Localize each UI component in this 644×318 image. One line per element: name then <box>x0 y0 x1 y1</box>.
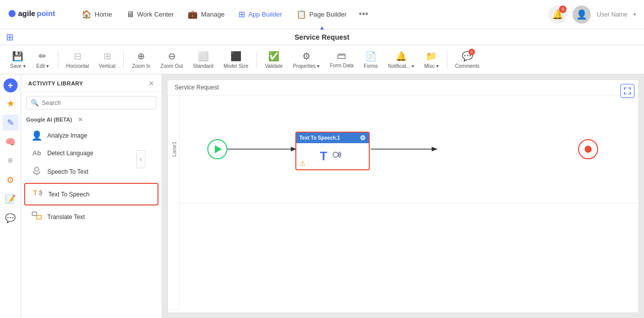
sidebar-close-button[interactable]: ✕ <box>148 79 154 87</box>
library-item-text-to-speech[interactable]: T Text To Speech <box>24 183 158 205</box>
left-gear-icon[interactable]: ⚙ <box>3 172 19 188</box>
svg-point-0 <box>9 10 16 17</box>
user-avatar[interactable]: 👤 <box>573 6 591 24</box>
save-button[interactable]: 💾 Save ▾ <box>6 49 30 71</box>
svg-rect-7 <box>37 216 41 219</box>
left-sidebar: + ★ ✎ 🧠 ≡ ⚙ 📝 💬 <box>0 74 21 318</box>
notifications-button[interactable]: 🔔 Notificat... ▾ <box>384 49 418 71</box>
standard-icon: ⬜ <box>198 51 209 62</box>
analyze-image-label: Analyze Image <box>47 132 87 139</box>
search-input[interactable] <box>42 99 152 107</box>
flow-task-node[interactable]: Text To Speech.1 ⚙ T <box>295 132 370 170</box>
validate-button[interactable]: ✅ Validate <box>261 49 287 71</box>
user-dropdown-chevron[interactable]: ▾ <box>633 12 636 17</box>
left-chat-icon[interactable]: 💬 <box>3 210 19 226</box>
flow-end-node[interactable] <box>578 139 598 159</box>
library-section-label: Google AI (BETA) ✕ <box>21 114 162 126</box>
sidebar-title: ACTIVITY LIBRARY <box>28 80 83 86</box>
form-data-button[interactable]: 🗃 Form Data <box>326 49 357 70</box>
zoom-in-button[interactable]: ⊕ Zoom In <box>128 49 154 71</box>
manage-icon: 💼 <box>188 10 198 19</box>
notifications-icon: 🔔 <box>395 51 407 62</box>
notification-button[interactable]: 🔔 0 <box>548 6 567 24</box>
search-icon: 🔍 <box>31 99 39 107</box>
svg-text:agile: agile <box>18 9 35 18</box>
sidebar-collapse-button[interactable]: ‹ <box>136 150 145 168</box>
left-favorites-icon[interactable]: ★ <box>3 95 19 112</box>
nav-right-section: 🔔 0 👤 User Name ▾ <box>548 6 636 24</box>
page-builder-icon: 📋 <box>296 10 306 19</box>
lane-container: Lane1 <box>168 95 638 310</box>
svg-rect-6 <box>32 212 37 216</box>
comments-icon: 💬 0 <box>462 51 473 62</box>
main-area: + ★ ✎ 🧠 ≡ ⚙ 📝 💬 ACTIVITY LIBRARY ✕ 🔍 Goo… <box>0 74 644 318</box>
toolbar: 💾 Save ▾ ✏ Edit ▾ ⊟ Horizontal ⊞ Vertica… <box>0 45 644 74</box>
task-title: Text To Speech.1 <box>299 135 340 141</box>
comments-button[interactable]: 💬 0 Comments <box>451 49 484 71</box>
task-t-icon: T <box>320 149 328 163</box>
validate-icon: ✅ <box>268 51 279 62</box>
misc-button[interactable]: 📁 Misc ▾ <box>420 49 442 71</box>
model-size-button[interactable]: ⬛ Model Size <box>219 49 252 71</box>
lane-divider <box>180 203 638 203</box>
vertical-button[interactable]: ⊞ Vertical <box>95 49 120 71</box>
svg-text:T: T <box>33 189 37 196</box>
translate-text-label: Translate Text <box>47 214 85 221</box>
edit-button[interactable]: ✏ Edit ▾ <box>32 49 54 71</box>
standard-button[interactable]: ⬜ Standard <box>189 49 218 71</box>
zoom-out-icon: ⊖ <box>168 51 176 62</box>
canvas-title: Service Request <box>175 84 219 91</box>
nav-manage[interactable]: 💼 Manage <box>182 7 230 22</box>
left-edit-icon[interactable]: ✎ <box>3 115 19 131</box>
home-icon: 🏠 <box>82 10 92 19</box>
horizontal-button[interactable]: ⊟ Horizontal <box>62 49 93 71</box>
horizontal-icon: ⊟ <box>74 51 82 62</box>
collapse-arrow[interactable]: ▲ <box>319 24 325 31</box>
zoom-out-button[interactable]: ⊖ Zoom Out <box>156 49 187 71</box>
comments-badge: 0 <box>468 49 475 55</box>
notification-badge: 0 <box>559 6 567 13</box>
left-add-button[interactable]: + <box>4 78 18 92</box>
detect-language-label: Detect Language <box>47 150 93 157</box>
nav-page-builder-label: Page Builder <box>309 11 347 18</box>
task-gear-icon[interactable]: ⚙ <box>360 134 366 142</box>
toolbar-divider-2 <box>123 51 124 69</box>
svg-point-10 <box>333 152 338 157</box>
grid-apps-icon[interactable]: ⊞ <box>6 32 14 43</box>
left-list-icon[interactable]: ≡ <box>3 153 19 169</box>
svg-point-3 <box>35 167 39 171</box>
properties-button[interactable]: ⚙ Properties ▾ <box>289 49 324 71</box>
library-item-analyze-image[interactable]: 👤 Analyze Image <box>24 127 158 145</box>
left-note-icon[interactable]: 📝 <box>3 191 19 207</box>
sidebar-header: ACTIVITY LIBRARY ✕ <box>21 74 162 92</box>
section-close-button[interactable]: ✕ <box>78 117 83 123</box>
toolbar-divider-4 <box>447 51 447 69</box>
svg-text:point: point <box>37 9 55 18</box>
toolbar-divider-1 <box>58 51 58 69</box>
canvas-content: Text To Speech.1 ⚙ T <box>180 95 638 310</box>
speech-to-text-label: Speech To Text <box>47 168 89 175</box>
nav-more-button[interactable]: ••• <box>355 6 372 23</box>
forms-button[interactable]: 📄 Forms <box>360 49 382 71</box>
start-play-icon <box>215 145 222 153</box>
library-item-translate-text[interactable]: Translate Text <box>24 206 158 227</box>
app-builder-icon: ⊞ <box>238 10 245 19</box>
user-name[interactable]: User Name <box>597 11 627 18</box>
monitor-icon: 🖥 <box>126 10 134 19</box>
zoom-in-icon: ⊕ <box>137 51 145 62</box>
logo[interactable]: agile point <box>8 6 63 23</box>
model-size-icon: ⬛ <box>230 51 242 62</box>
nav-page-builder[interactable]: 📋 Page Builder <box>290 7 353 22</box>
flow-start-node[interactable] <box>207 139 227 159</box>
flow-svg <box>180 95 638 203</box>
text-to-speech-icon: T <box>32 187 43 201</box>
nav-home[interactable]: 🏠 Home <box>75 7 118 22</box>
flow-task-body: T ⚠ <box>296 143 369 169</box>
task-speaker-icon <box>330 147 345 165</box>
left-brain-icon[interactable]: 🧠 <box>3 134 19 150</box>
canvas-header: Service Request <box>168 80 638 95</box>
nav-app-builder[interactable]: ⊞ App Builder <box>232 7 288 22</box>
text-to-speech-label: Text To Speech <box>48 191 90 198</box>
nav-work-center[interactable]: 🖥 Work Center <box>120 7 180 22</box>
translate-text-icon <box>31 210 42 224</box>
